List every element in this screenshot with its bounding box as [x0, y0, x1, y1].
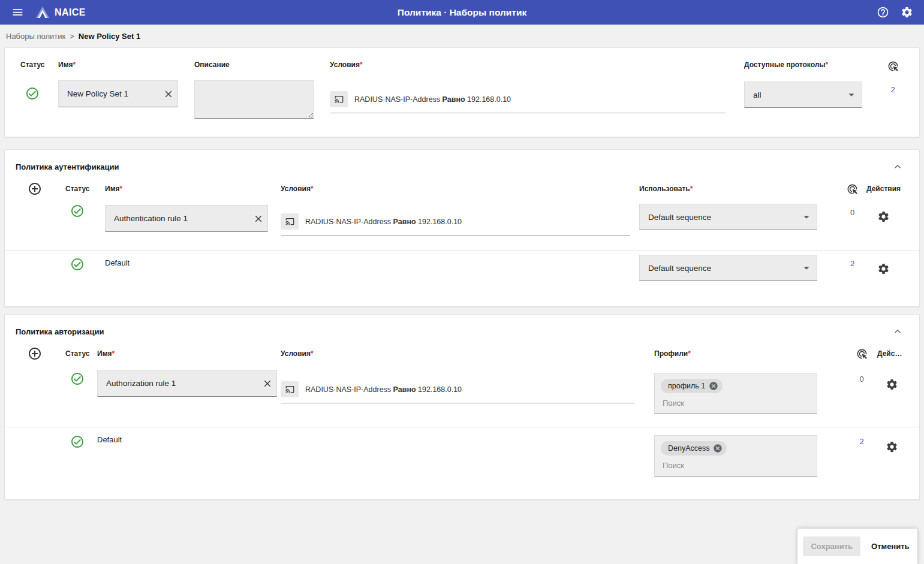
required-asterisk: * — [690, 185, 693, 193]
protocols-select[interactable]: all — [744, 82, 862, 108]
policy-set-hit-count[interactable]: 2 — [882, 80, 904, 121]
save-button[interactable]: Сохранить — [803, 536, 860, 556]
policy-set-description-input[interactable] — [194, 80, 314, 119]
brand-name: NAICE — [55, 7, 86, 18]
section-title-authorization: Политика авторизации — [16, 327, 104, 336]
use-sequence-value: Default sequence — [648, 213, 711, 222]
policy-set-name-input[interactable] — [59, 89, 159, 98]
rule-actions-gear-icon[interactable] — [877, 427, 904, 453]
hamburger-menu-icon[interactable] — [7, 2, 28, 23]
column-header-profiles-text: Профили — [654, 349, 688, 358]
breadcrumb-separator: > — [70, 32, 74, 41]
required-asterisk: * — [688, 349, 691, 358]
required-asterisk: * — [112, 349, 115, 358]
clear-name-icon[interactable] — [159, 89, 177, 99]
settings-icon[interactable] — [896, 2, 917, 23]
page-title: Политика · Наборы политик — [398, 7, 526, 18]
required-asterisk: * — [73, 61, 76, 69]
breadcrumb: Наборы политик > New Policy Set 1 — [0, 25, 924, 47]
rule-hit-count[interactable]: 2 — [838, 251, 866, 268]
column-header-actions: Действия — [866, 185, 904, 193]
column-header-name-text: Имя — [97, 349, 112, 358]
required-asterisk: * — [826, 61, 829, 69]
authentication-rule-row: RADIUS·NAS-IP-Address Равно 192.168.0.10… — [5, 200, 919, 250]
clear-name-icon[interactable] — [258, 378, 276, 389]
profiles-field[interactable]: DenyAccess Поиск — [654, 435, 817, 476]
rule-actions-gear-icon[interactable] — [877, 365, 904, 391]
column-header-profiles: Профили* — [654, 349, 846, 358]
authentication-policy-card: Политика аутентификации Статус Имя* Усло… — [4, 149, 920, 307]
naice-logo-icon — [35, 5, 50, 20]
status-enabled-icon[interactable] — [65, 365, 97, 386]
clear-name-icon[interactable] — [249, 213, 267, 224]
column-header-status: Статус — [65, 185, 105, 193]
authorization-rule-condition[interactable]: RADIUS·NAS-IP-Address Равно 192.168.0.10 — [281, 381, 634, 403]
column-header-name: Имя* — [58, 61, 194, 72]
status-enabled-icon[interactable] — [65, 251, 105, 272]
profile-chip[interactable]: профиль 1 — [661, 379, 723, 393]
authentication-rule-name-field — [105, 205, 268, 232]
profile-chip-label: DenyAccess — [668, 444, 709, 453]
default-rule-name: Default — [97, 427, 281, 444]
profiles-search-input[interactable]: Поиск — [661, 461, 811, 470]
collapse-section-icon[interactable] — [892, 161, 904, 173]
authentication-rule-name-input[interactable] — [106, 214, 249, 223]
add-authorization-rule-button[interactable] — [20, 346, 65, 361]
rule-actions-gear-icon[interactable] — [866, 251, 904, 275]
policy-set-card: Статус Имя* Описание Условия* Доступные … — [4, 47, 920, 137]
column-header-conditions-text: Условия — [330, 61, 360, 69]
chevron-down-icon — [800, 210, 813, 224]
condition-text: RADIUS·NAS-IP-Address Равно 192.168.0.10 — [305, 218, 462, 226]
required-asterisk: * — [311, 185, 314, 193]
column-header-conditions: Условия* — [281, 349, 654, 358]
column-header-name-text: Имя — [105, 185, 120, 193]
status-enabled-icon[interactable] — [65, 427, 97, 449]
column-header-name-text: Имя — [58, 61, 73, 69]
column-header-name: Имя* — [97, 349, 281, 358]
hit-counter-icon — [838, 183, 866, 195]
required-asterisk: * — [360, 61, 363, 69]
condition-value: 192.168.0.10 — [418, 218, 462, 226]
authentication-default-row: Default Default sequence 2 — [5, 251, 919, 298]
condition-operator: Равно — [393, 385, 416, 394]
use-sequence-select[interactable]: Default sequence — [639, 204, 817, 230]
authorization-rule-name-field — [97, 370, 277, 397]
profile-chip[interactable]: DenyAccess — [661, 441, 727, 456]
rule-hit-count: 0 — [846, 365, 877, 384]
help-icon[interactable] — [872, 2, 893, 23]
chevron-down-icon — [800, 261, 813, 275]
default-rule-name: Default — [105, 251, 281, 267]
condition-operator: Равно — [393, 218, 416, 226]
chevron-down-icon — [845, 88, 858, 101]
rule-hit-count[interactable]: 2 — [846, 427, 877, 446]
use-sequence-select[interactable]: Default sequence — [639, 255, 817, 281]
condition-value: 192.168.0.10 — [418, 385, 462, 394]
chip-remove-icon[interactable] — [709, 381, 718, 391]
section-title-authentication: Политика аутентификации — [16, 162, 119, 171]
rule-actions-gear-icon[interactable] — [866, 200, 904, 223]
use-sequence-value: Default sequence — [648, 264, 711, 273]
authorization-policy-card: Политика авторизации Статус Имя* Условия… — [4, 314, 920, 500]
column-header-use: Использовать* — [639, 185, 838, 193]
authentication-rule-condition[interactable]: RADIUS·NAS-IP-Address Равно 192.168.0.10 — [281, 213, 630, 236]
breadcrumb-parent-link[interactable]: Наборы политик — [6, 32, 65, 41]
column-header-status: Статус — [65, 349, 97, 358]
column-header-conditions-text: Условия — [281, 349, 311, 358]
column-header-name: Имя* — [105, 185, 281, 193]
status-enabled-icon[interactable] — [65, 200, 105, 218]
authorization-default-row: Default DenyAccess Поиск 2 — [5, 427, 919, 487]
policy-set-condition[interactable]: RADIUS·NAS-IP-Address Равно 192.168.0.10 — [330, 91, 726, 113]
cancel-button[interactable]: Отменить — [869, 536, 912, 556]
profile-chip-label: профиль 1 — [668, 382, 705, 390]
status-enabled-icon[interactable] — [20, 80, 58, 121]
condition-attribute: RADIUS·NAS-IP-Address — [305, 218, 391, 226]
profiles-search-input[interactable]: Поиск — [661, 399, 811, 408]
column-header-status: Статус — [20, 61, 58, 72]
app-logo: NAICE — [35, 5, 86, 20]
chip-remove-icon[interactable] — [713, 444, 723, 453]
required-asterisk: * — [311, 349, 314, 358]
collapse-section-icon[interactable] — [892, 325, 904, 337]
add-authentication-rule-button[interactable] — [20, 182, 65, 196]
authorization-rule-name-input[interactable] — [98, 379, 258, 388]
profiles-field[interactable]: профиль 1 Поиск — [654, 373, 817, 414]
